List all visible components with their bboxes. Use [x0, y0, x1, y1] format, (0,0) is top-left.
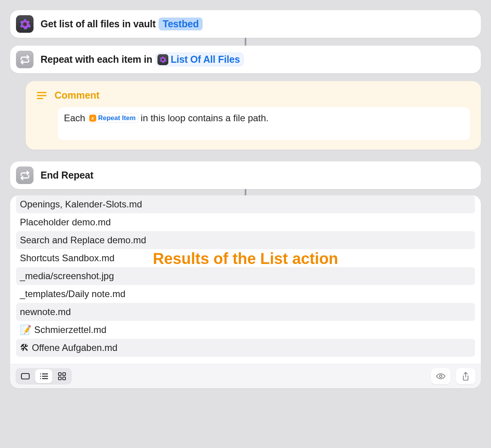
comment-text-suffix: in this loop contains a file path. [141, 113, 268, 124]
action-comment[interactable]: Comment Each x Repeat Item in this loop … [26, 81, 481, 150]
view-single-button[interactable] [17, 369, 34, 383]
list-item[interactable]: _media/screenshot.jpg [16, 267, 475, 285]
repeat-icon [16, 51, 34, 68]
list-item[interactable]: Shortcuts Sandbox.md [16, 249, 475, 267]
repeat-label: Repeat with each item in [41, 54, 152, 65]
action-get-list[interactable]: Get list of all files in vault Testbed [10, 10, 481, 38]
comment-body[interactable]: Each x Repeat Item in this loop contains… [58, 107, 470, 140]
repeat-item-label: Repeat Item [98, 114, 136, 122]
svg-point-8 [40, 378, 41, 379]
action-end-repeat[interactable]: End Repeat [10, 161, 481, 189]
list-item[interactable]: 🛠 Offene Aufgaben.md [16, 339, 475, 357]
connector-line [245, 38, 246, 46]
quicklook-button[interactable] [431, 368, 450, 384]
action-title: Repeat with each item in List Of All Fil… [41, 53, 244, 66]
toolbar-right [431, 368, 475, 384]
list-item[interactable]: Search and Replace demo.md [16, 231, 475, 249]
view-toggle [16, 368, 72, 384]
list-variable-token[interactable]: List Of All Files [155, 53, 244, 66]
results-panel: Openings, Kalender-Slots.md Placeholder … [10, 195, 481, 388]
comment-icon [37, 91, 47, 100]
svg-rect-10 [58, 373, 61, 375]
results-toolbar [10, 364, 481, 388]
svg-point-14 [440, 375, 442, 377]
comment-header: Comment [37, 90, 470, 101]
list-item[interactable]: 📝 Schmierzettel.md [16, 321, 475, 339]
share-button[interactable] [456, 368, 475, 384]
svg-point-6 [40, 376, 41, 377]
results-list: Openings, Kalender-Slots.md Placeholder … [10, 195, 481, 357]
action-title: Get list of all files in vault Testbed [41, 18, 203, 30]
view-grid-button[interactable] [53, 369, 71, 383]
svg-point-4 [40, 374, 41, 374]
view-list-button[interactable] [35, 369, 52, 383]
svg-rect-3 [21, 374, 29, 379]
list-item[interactable]: Openings, Kalender-Slots.md [16, 195, 475, 213]
list-item[interactable]: Placeholder demo.md [16, 213, 475, 231]
get-list-label: Get list of all files in vault [41, 18, 155, 30]
variable-x-icon: x [89, 115, 96, 122]
svg-rect-11 [63, 373, 65, 375]
repeat-icon [16, 166, 34, 184]
svg-rect-13 [63, 377, 65, 380]
list-item[interactable]: _templates/Daily note.md [16, 285, 475, 303]
repeat-item-token[interactable]: x Repeat Item [88, 113, 138, 123]
obsidian-gear-icon [16, 15, 34, 33]
end-repeat-label: End Repeat [41, 170, 94, 181]
variable-name: List Of All Files [171, 54, 240, 65]
svg-rect-12 [58, 377, 61, 380]
list-item[interactable]: newnote.md [16, 303, 475, 321]
vault-token[interactable]: Testbed [159, 18, 203, 30]
variable-gear-icon [157, 54, 168, 65]
action-repeat-each[interactable]: Repeat with each item in List Of All Fil… [10, 46, 481, 73]
comment-title: Comment [55, 90, 99, 101]
comment-text-prefix: Each [64, 113, 85, 124]
